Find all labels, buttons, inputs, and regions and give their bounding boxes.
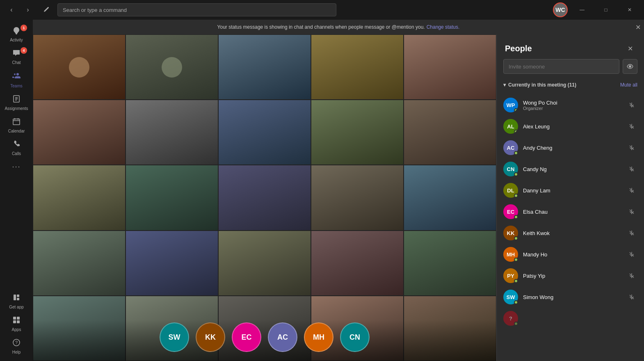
participant-info-kk: Keith Kwok bbox=[523, 230, 621, 236]
avatar-andy-cheng: AC bbox=[503, 140, 518, 155]
user-initials: WC bbox=[555, 7, 565, 13]
bubble-cn[interactable]: CN bbox=[340, 322, 370, 352]
participant-item-wong-po-choi[interactable]: WP Wong Po Choi Organizer bbox=[500, 94, 641, 116]
minimize-button[interactable]: — bbox=[573, 3, 591, 16]
participant-name-al: Alex Leung bbox=[523, 123, 621, 130]
video-grid bbox=[33, 34, 496, 361]
participant-item-alex-leung[interactable]: AL Alex Leung bbox=[500, 116, 641, 137]
close-button[interactable]: ✕ bbox=[620, 3, 639, 16]
participant-item-andy-cheng[interactable]: AC Andy Cheng bbox=[500, 137, 641, 158]
video-cell-2-3 bbox=[218, 100, 311, 165]
svg-rect-5 bbox=[13, 317, 16, 320]
sidebar-item-apps[interactable]: Apps bbox=[2, 313, 30, 335]
back-button[interactable]: ‹ bbox=[5, 3, 18, 16]
search-bar[interactable]: Search or type a command bbox=[57, 3, 336, 16]
sidebar-item-calendar[interactable]: Calendar bbox=[2, 114, 30, 137]
getapp-label: Get app bbox=[9, 305, 24, 309]
participant-item-simon-wong[interactable]: SW Simon Wong bbox=[500, 286, 641, 308]
mute-all-button[interactable]: Mute all bbox=[620, 82, 637, 88]
people-panel: People ✕ ▾ Currently in this meeting (11… bbox=[496, 34, 644, 361]
mute-button-al[interactable] bbox=[626, 121, 637, 132]
bubble-sw[interactable]: SW bbox=[160, 322, 189, 352]
invite-input[interactable] bbox=[503, 59, 619, 74]
chat-icon bbox=[12, 49, 21, 59]
mute-button-py[interactable] bbox=[626, 270, 637, 281]
maximize-button[interactable]: □ bbox=[596, 3, 615, 16]
bubble-ac[interactable]: AC bbox=[268, 322, 297, 352]
sidebar-item-more[interactable]: ··· bbox=[2, 159, 30, 176]
svg-rect-7 bbox=[13, 320, 16, 323]
svg-rect-4 bbox=[17, 298, 19, 300]
mute-button-mh[interactable] bbox=[626, 249, 637, 260]
online-dot-ac bbox=[514, 151, 518, 155]
video-cell-3-5 bbox=[404, 165, 496, 230]
sidebar-item-getapp[interactable]: Get app bbox=[2, 290, 30, 313]
participant-name-mh: Mandy Ho bbox=[523, 251, 621, 258]
change-status-link[interactable]: Change status. bbox=[427, 24, 460, 30]
svg-rect-1 bbox=[13, 119, 20, 125]
sidebar-item-chat[interactable]: 4 Chat bbox=[2, 46, 30, 68]
participant-item-keith-kwok[interactable]: KK Keith Kwok bbox=[500, 222, 641, 244]
sidebar-item-teams[interactable]: Teams bbox=[2, 68, 30, 91]
sidebar-item-calls[interactable]: Calls bbox=[2, 137, 30, 159]
video-cell-3-2 bbox=[126, 165, 218, 230]
mute-button-wpc[interactable] bbox=[626, 99, 637, 111]
mute-button-cn[interactable] bbox=[626, 163, 637, 175]
participant-item-elsa-chau[interactable]: EC Elsa Chau bbox=[500, 201, 641, 222]
svg-rect-8 bbox=[17, 320, 20, 323]
chat-label: Chat bbox=[12, 60, 21, 65]
participant-item-extra[interactable]: ? bbox=[500, 308, 641, 329]
video-cell-4-5 bbox=[404, 231, 496, 296]
invite-search bbox=[503, 59, 637, 74]
video-cell-2-4 bbox=[311, 100, 404, 165]
activity-label: Activity bbox=[10, 38, 23, 42]
participant-name-dl: Danny Lam bbox=[523, 187, 621, 194]
status-text: Your status message is showing in chat a… bbox=[217, 24, 425, 30]
video-cell-3-3 bbox=[218, 165, 311, 230]
participant-item-candy-ng[interactable]: CN Candy Ng bbox=[500, 158, 641, 180]
video-cell-1-3 bbox=[218, 34, 311, 100]
avatar-keith-kwok: KK bbox=[503, 226, 518, 240]
sidebar-item-help[interactable]: ? Help bbox=[2, 335, 30, 358]
mute-button-ac[interactable] bbox=[626, 142, 637, 153]
participant-item-mandy-ho[interactable]: MH Mandy Ho bbox=[500, 244, 641, 265]
meeting-area: SW KK EC AC MH CN bbox=[33, 34, 644, 361]
participant-info-dl: Danny Lam bbox=[523, 187, 621, 194]
participant-name-kk: Keith Kwok bbox=[523, 230, 621, 236]
video-grid-container: SW KK EC AC MH CN bbox=[33, 34, 496, 361]
invite-view-button[interactable] bbox=[623, 59, 637, 74]
video-cell-4-3 bbox=[218, 231, 311, 296]
people-close-button[interactable]: ✕ bbox=[624, 43, 636, 54]
participant-info-wpc: Wong Po Choi Organizer bbox=[523, 100, 621, 111]
avatar-alex-leung: AL bbox=[503, 119, 518, 134]
avatar-initials-cn: CN bbox=[507, 166, 515, 172]
sidebar-item-assignments[interactable]: Assignments bbox=[2, 91, 30, 114]
video-cell-1-1 bbox=[33, 34, 126, 100]
participant-item-danny-lam[interactable]: DL Danny Lam bbox=[500, 180, 641, 201]
bubble-kk[interactable]: KK bbox=[196, 322, 225, 352]
title-bar-right: WC — □ ✕ bbox=[553, 2, 639, 17]
apps-label: Apps bbox=[12, 327, 21, 332]
compose-button[interactable] bbox=[39, 3, 53, 16]
calendar-label: Calendar bbox=[8, 129, 25, 133]
online-dot-mh bbox=[514, 258, 518, 262]
participant-name-ec: Elsa Chau bbox=[523, 209, 621, 215]
mute-button-kk[interactable] bbox=[626, 227, 637, 239]
user-avatar[interactable]: WC bbox=[553, 2, 568, 17]
banner-close-button[interactable]: ✕ bbox=[635, 23, 641, 31]
mute-button-ec[interactable] bbox=[626, 206, 637, 217]
online-dot-ec bbox=[514, 215, 518, 219]
meeting-section-header[interactable]: ▾ Currently in this meeting (11) Mute al… bbox=[503, 82, 637, 88]
sidebar-item-activity[interactable]: 1 Activity bbox=[2, 23, 30, 46]
bubble-mh-label: MH bbox=[313, 333, 324, 342]
bubble-mh[interactable]: MH bbox=[304, 322, 333, 352]
avatar-patsy-yip: PY bbox=[503, 268, 518, 283]
bubble-ec[interactable]: EC bbox=[232, 322, 261, 352]
participant-item-patsy-yip[interactable]: PY Patsy Yip bbox=[500, 265, 641, 286]
mute-button-sw[interactable] bbox=[626, 291, 637, 303]
mute-button-dl[interactable] bbox=[626, 185, 637, 196]
svg-rect-6 bbox=[17, 317, 20, 320]
more-icon: ··· bbox=[12, 162, 21, 171]
chat-badge: 4 bbox=[21, 47, 27, 54]
forward-button[interactable]: › bbox=[21, 3, 34, 16]
